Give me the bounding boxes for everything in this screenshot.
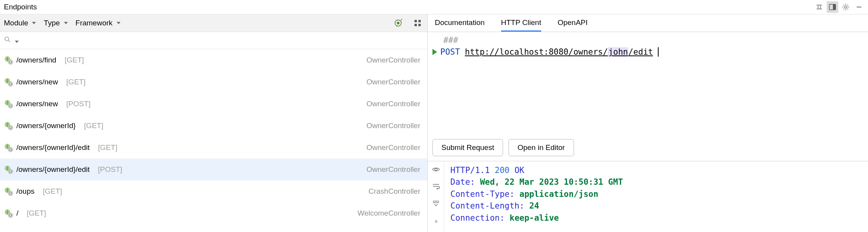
spring-endpoint-icon bbox=[4, 99, 13, 109]
gear-icon[interactable] bbox=[840, 1, 852, 13]
endpoint-row[interactable]: /owners/new [GET]OwnerController bbox=[0, 71, 427, 93]
http-editor[interactable]: ### POST http://localhost:8080/owners/jo… bbox=[428, 32, 868, 63]
endpoint-controller: OwnerController bbox=[367, 143, 420, 152]
svg-point-21 bbox=[8, 169, 13, 174]
svg-point-25 bbox=[8, 213, 13, 218]
grid-icon[interactable] bbox=[412, 17, 423, 29]
endpoint-row[interactable]: /oups [GET]CrashController bbox=[0, 180, 427, 202]
endpoint-controller: OwnerController bbox=[367, 165, 420, 174]
open-in-editor-button[interactable]: Open in Editor bbox=[508, 139, 574, 156]
filter-type-label: Type bbox=[44, 19, 60, 27]
endpoint-path: /owners/{ownerId} bbox=[16, 121, 76, 130]
endpoint-method: [GET] bbox=[84, 121, 103, 130]
endpoint-method: [POST] bbox=[98, 165, 122, 174]
svg-rect-1 bbox=[833, 4, 836, 10]
svg-rect-5 bbox=[415, 20, 417, 22]
panel-title: Endpoints bbox=[4, 3, 37, 11]
http-method: POST bbox=[440, 47, 460, 57]
spring-endpoint-icon bbox=[4, 187, 13, 196]
endpoint-path: /owners/{ownerId}/edit bbox=[16, 143, 90, 152]
endpoint-controller: OwnerController bbox=[367, 121, 420, 130]
search-icon bbox=[4, 36, 11, 45]
tab-http-client[interactable]: HTTP Client bbox=[501, 14, 541, 32]
svg-point-2 bbox=[845, 6, 847, 8]
svg-point-9 bbox=[5, 37, 9, 41]
response-body: HTTP/1.1 200 OKDate: Wed, 22 Mar 2023 10… bbox=[444, 161, 629, 232]
spring-endpoint-icon bbox=[4, 121, 13, 130]
search-options-chevron-icon[interactable] bbox=[13, 36, 19, 45]
spring-endpoint-icon bbox=[4, 143, 13, 152]
search-row bbox=[0, 32, 427, 49]
search-input[interactable] bbox=[21, 36, 423, 45]
endpoint-path: /owners/{ownerId}/edit bbox=[16, 165, 90, 174]
endpoint-controller: WelcomeController bbox=[358, 209, 420, 218]
spring-endpoint-icon bbox=[4, 55, 13, 65]
svg-point-23 bbox=[8, 191, 13, 196]
svg-point-17 bbox=[8, 125, 13, 130]
svg-point-15 bbox=[8, 104, 13, 108]
svg-point-26 bbox=[435, 168, 437, 171]
response-area: ›› HTTP/1.1 200 OKDate: Wed, 22 Mar 2023… bbox=[428, 161, 868, 232]
response-gutter: ›› bbox=[428, 161, 444, 232]
submit-request-button[interactable]: Submit Request bbox=[432, 139, 503, 156]
filter-type[interactable]: Type bbox=[44, 19, 67, 27]
soft-wrap-icon[interactable] bbox=[432, 182, 440, 193]
svg-rect-8 bbox=[418, 24, 421, 26]
endpoint-path: /oups bbox=[16, 187, 34, 196]
editor-separator: ### bbox=[443, 36, 458, 45]
tab-openapi[interactable]: OpenAPI bbox=[558, 14, 588, 32]
filter-framework-label: Framework bbox=[76, 19, 113, 27]
svg-point-11 bbox=[8, 60, 13, 64]
expand-icon[interactable] bbox=[813, 1, 825, 13]
target-icon[interactable] bbox=[392, 17, 404, 29]
titlebar-actions bbox=[813, 1, 865, 13]
endpoint-controller: OwnerController bbox=[367, 56, 420, 64]
endpoint-method: [GET] bbox=[43, 187, 62, 196]
endpoint-path: /owners/new bbox=[16, 78, 58, 86]
spring-endpoint-icon bbox=[4, 209, 13, 218]
endpoint-method: [POST] bbox=[66, 100, 90, 108]
endpoint-row[interactable]: /owners/find [GET]OwnerController bbox=[0, 49, 427, 71]
svg-point-4 bbox=[397, 22, 400, 25]
run-icon[interactable] bbox=[432, 49, 437, 55]
filter-framework[interactable]: Framework bbox=[76, 19, 120, 27]
http-url: http://localhost:8080/owners/john/edit bbox=[465, 47, 653, 57]
endpoint-row[interactable]: /owners/new [POST]OwnerController bbox=[0, 93, 427, 115]
button-row: Submit Request Open in Editor bbox=[428, 134, 868, 161]
endpoint-controller: OwnerController bbox=[367, 100, 420, 108]
endpoint-method: [GET] bbox=[65, 56, 84, 64]
endpoints-list: /owners/find [GET]OwnerController /owner… bbox=[0, 49, 427, 232]
svg-point-19 bbox=[8, 147, 13, 152]
svg-rect-6 bbox=[418, 20, 421, 22]
endpoint-controller: CrashController bbox=[368, 187, 420, 196]
endpoint-row[interactable]: / [GET]WelcomeController bbox=[0, 202, 427, 224]
more-icon[interactable]: ›› bbox=[435, 218, 437, 224]
eye-icon[interactable] bbox=[432, 165, 440, 176]
tabs-bar: Documentation HTTP Client OpenAPI bbox=[428, 14, 868, 32]
svg-point-13 bbox=[8, 82, 13, 86]
endpoint-path: /owners/new bbox=[16, 100, 58, 108]
svg-rect-7 bbox=[415, 24, 417, 26]
split-right-icon[interactable] bbox=[827, 1, 838, 13]
endpoint-row[interactable]: /owners/{ownerId} [GET]OwnerController bbox=[0, 115, 427, 137]
endpoint-method: [GET] bbox=[66, 78, 86, 86]
filter-module[interactable]: Module bbox=[4, 19, 36, 27]
scroll-down-icon[interactable] bbox=[432, 199, 440, 209]
endpoint-method: [GET] bbox=[27, 209, 46, 218]
endpoint-row[interactable]: /owners/{ownerId}/edit [GET]OwnerControl… bbox=[0, 137, 427, 159]
titlebar: Endpoints bbox=[0, 0, 868, 14]
spring-endpoint-icon bbox=[4, 77, 13, 87]
endpoint-controller: OwnerController bbox=[367, 78, 420, 86]
spring-endpoint-icon bbox=[4, 165, 13, 174]
filter-module-label: Module bbox=[4, 19, 28, 27]
caret bbox=[653, 47, 659, 57]
tab-documentation[interactable]: Documentation bbox=[435, 14, 485, 32]
endpoint-method: [GET] bbox=[98, 143, 117, 152]
endpoint-path: /owners/find bbox=[16, 56, 56, 64]
filter-bar: Module Type Framework bbox=[0, 14, 427, 32]
minimize-icon[interactable] bbox=[853, 1, 865, 13]
endpoint-row[interactable]: /owners/{ownerId}/edit [POST]OwnerContro… bbox=[0, 159, 427, 180]
endpoint-path: / bbox=[16, 209, 18, 218]
